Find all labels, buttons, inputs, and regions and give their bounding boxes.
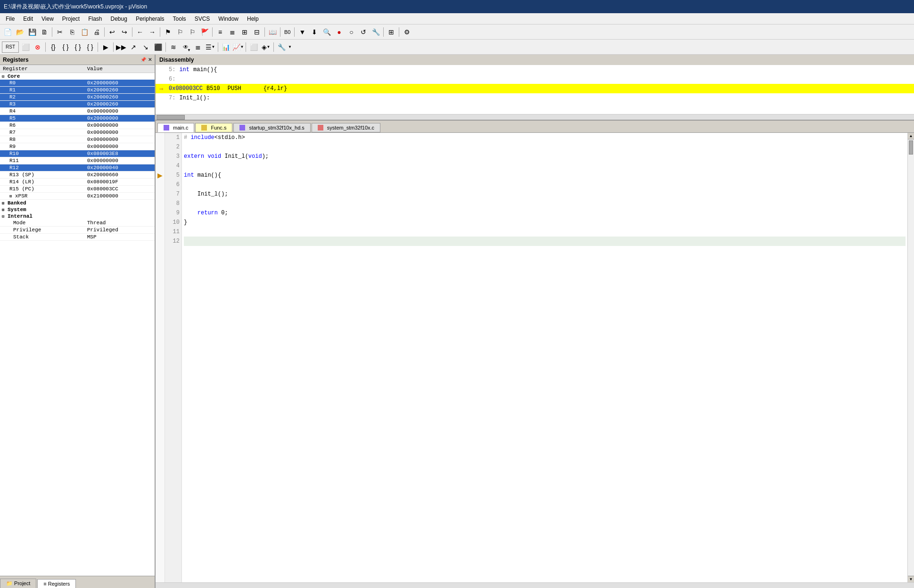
code-vscroll-down[interactable]: ▼ [908,576,914,582]
tb-expand-btn[interactable]: { } [72,41,83,53]
close-icon[interactable]: ✕ [148,57,152,62]
tb-debug-btn[interactable]: 🔍 [321,26,332,38]
disassembly-content[interactable]: 5: int main(){ 6: ⇒ 0x080003CC B510 PUSH… [156,65,914,114]
reg-row-r8[interactable]: R80x00000000 [0,136,155,143]
reg-row-r3[interactable]: R30x20000260 [0,101,155,108]
tb-forward-btn[interactable]: → [147,26,158,38]
tb-f1-btn[interactable]: ⚑ [162,26,173,38]
tb-watch-btn[interactable]: 👁 ▼ [180,41,191,53]
tb-book-btn[interactable]: 📖 [267,26,278,38]
reg-group-internal[interactable]: ⊟ Internal [0,213,155,220]
tb-collapse-btn[interactable]: { } [84,41,96,53]
reg-group-core[interactable]: ⊟ Core [0,73,155,80]
reg-group-banked[interactable]: ⊞ Banked [0,200,155,207]
tb-logic-btn[interactable]: ≋ [168,41,179,53]
menu-window[interactable]: Window [214,15,242,23]
menu-debug[interactable]: Debug [107,15,131,23]
tb-undo-btn[interactable]: ↩ [107,26,118,38]
reg-row-r1[interactable]: R10x20000260 [0,87,155,94]
menu-flash[interactable]: Flash [84,15,106,23]
tb-redo-btn[interactable]: ↪ [119,26,130,38]
tb-open-btn[interactable]: 📂 [14,26,25,38]
reg-group-system[interactable]: ⊞ System [0,206,155,213]
menu-tools[interactable]: Tools [169,15,190,23]
menu-svcs[interactable]: SVCS [191,15,214,23]
tb-perf-btn[interactable]: 📊 [220,41,231,53]
tb-save2-btn[interactable]: 🗎 [39,26,50,38]
reg-row-r11[interactable]: R110x00000000 [0,157,155,164]
menu-edit[interactable]: Edit [19,15,37,23]
code-tab-startup[interactable]: startup_stm32f10x_hd.s [233,123,310,132]
tb-stop-btn[interactable]: ○ [346,26,357,38]
menu-peripherals[interactable]: Peripherals [132,15,168,23]
code-tab-mainc[interactable]: main.c [157,123,194,132]
tb-save-btn[interactable]: 💾 [26,26,38,38]
code-hscroll[interactable] [156,582,914,588]
code-vscroll-thumb[interactable] [909,140,913,155]
tb-hex-btn[interactable]: ⬜ [248,41,259,53]
tb-analysis-btn[interactable]: 📈▼ [232,41,244,53]
code-tab-funcs[interactable]: Func.s [195,123,232,132]
dis-hscroll[interactable] [156,114,914,120]
menu-view[interactable]: View [38,15,58,23]
tb-print-btn[interactable]: 🖨 [91,26,102,38]
tb-f2-btn[interactable]: ⚐ [174,26,186,38]
reg-row-r4[interactable]: R40x00000000 [0,108,155,115]
tb-step-btn[interactable]: ▶ [100,41,111,53]
tb-grid-btn[interactable]: ⊞ [386,26,397,38]
menu-help[interactable]: Help [243,15,263,23]
tb-cut-btn[interactable]: ✂ [54,26,66,38]
code-tab-system[interactable]: system_stm32f10x.c [312,123,380,132]
code-text-area[interactable]: # include<stdio.h> extern void Init_l(vo… [182,133,907,582]
reg-row-stack[interactable]: StackMSP [0,234,155,241]
tb-run-btn[interactable]: ● [333,26,345,38]
tb-mem3-btn[interactable]: ☰▼ [205,41,216,53]
tb-paste-btn[interactable]: 📋 [79,26,90,38]
reg-row-r9[interactable]: R90x00000000 [0,143,155,150]
tb-dbg-btn[interactable]: ⬛ [152,41,164,53]
tab-project[interactable]: 📁 Project [0,579,36,588]
tb-f3-btn[interactable]: ⚐ [187,26,198,38]
code-vscroll[interactable]: ▲ ▼ [907,133,914,582]
reg-row-r13[interactable]: R13 (SP)0x20000660 [0,172,155,179]
tb-new-btn[interactable]: 📄 [2,26,13,38]
tb-settings-btn[interactable]: ⚙ [401,26,412,38]
reg-row-r5[interactable]: R50x20000000 [0,115,155,122]
tb-reset-btn[interactable]: ↺ [358,26,369,38]
reg-row-r15[interactable]: R15 (PC)0x080003CC [0,186,155,193]
tb-hex2-btn[interactable]: ◈▼ [260,41,272,53]
tab-registers[interactable]: ≡ Registers [37,579,76,588]
reg-row-r6[interactable]: R60x00000000 [0,122,155,129]
reg-row-privilege[interactable]: PrivilegePrivileged [0,227,155,234]
reg-row-r14[interactable]: R14 (LR)0x0800019F [0,179,155,186]
reg-row-r2[interactable]: R20x20000260 [0,94,155,101]
reg-row-r12[interactable]: R120x20000040 [0,164,155,172]
code-vscroll-up[interactable]: ▲ [908,133,914,139]
tb-mem-btn[interactable]: ⬜ [20,41,31,53]
tb-indent2-btn[interactable]: ≣ [227,26,238,38]
tb-target-btn[interactable]: ▼ [296,26,308,38]
reg-row-r10[interactable]: R100x080003E8 [0,150,155,157]
tb-f4-btn[interactable]: 🚩 [199,26,210,38]
dis-hscroll-thumb[interactable] [156,115,185,120]
tb-indent-btn[interactable]: ≡ [214,26,226,38]
tb-stepin-btn[interactable]: ↘ [140,41,151,53]
tb-rst-btn[interactable]: RST [2,41,19,53]
tb-spanner-btn[interactable]: 🔧 [276,41,287,53]
menu-project[interactable]: Project [58,15,83,23]
reg-row-r7[interactable]: R70x00000000 [0,129,155,136]
tb-indent4-btn[interactable]: ⊟ [251,26,263,38]
tb-break-btn[interactable]: ⊗ [32,41,43,53]
tb-run2-btn[interactable]: ▶▶ [115,41,127,53]
menu-file[interactable]: File [2,15,18,23]
tb-tool-btn[interactable]: 🔧 [370,26,381,38]
tb-indent3-btn[interactable]: ⊞ [239,26,250,38]
reg-row-xpsr[interactable]: ⊞ xPSR0x21000000 [0,193,155,200]
pin-icon[interactable]: 📌 [140,57,146,62]
tb-stepover-btn[interactable]: ↗ [128,41,139,53]
tb-copy-btn[interactable]: ⎘ [66,26,78,38]
reg-row-mode[interactable]: ModeThread [0,220,155,227]
reg-row-r0[interactable]: R00x20000060 [0,80,155,87]
tb-back-btn[interactable]: ← [134,26,146,38]
tb-braces-btn[interactable]: {} [48,41,59,53]
